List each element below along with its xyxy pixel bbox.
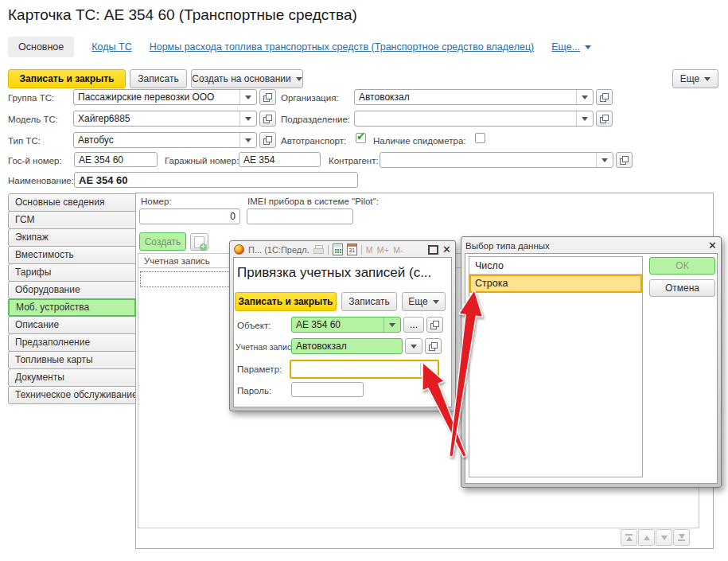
sidebar-item-fuel-cards[interactable]: Топливные карты: [8, 351, 136, 369]
division-combo[interactable]: [354, 111, 594, 127]
object-choose-button[interactable]: ...: [403, 317, 424, 333]
binding-dialog-heading: Привязка учетных записей (с...: [237, 265, 449, 281]
org-open-button[interactable]: [596, 89, 613, 105]
object-combo[interactable]: АЕ 354 60: [291, 317, 401, 333]
binding-dialog-titlebar[interactable]: П... (1С:Предл. 31 M M+ M- ✕: [234, 243, 451, 256]
column-header-account: Учетная запись: [144, 256, 210, 266]
tab-main[interactable]: Основное: [8, 37, 74, 57]
account-label: Учетная запись:: [236, 342, 298, 352]
account-dropdown-button[interactable]: [405, 338, 422, 354]
dropdown-arrow-icon[interactable]: [239, 90, 256, 104]
speedometer-checkbox[interactable]: [475, 133, 485, 143]
close-icon[interactable]: ✕: [708, 240, 717, 251]
print-icon[interactable]: [313, 245, 324, 254]
open-form-icon: [429, 342, 438, 351]
password-input[interactable]: [291, 382, 364, 397]
row-move-up-button[interactable]: [638, 529, 655, 546]
type-list-item-number[interactable]: Число: [469, 257, 642, 275]
sidebar-item-prefill[interactable]: Предзаполнение: [8, 333, 136, 352]
group-open-button[interactable]: [259, 89, 276, 105]
sidebar-item-capacity[interactable]: Вместимость: [8, 246, 136, 264]
dropdown-arrow-icon[interactable]: [383, 318, 400, 332]
sidebar-item-main-info[interactable]: Основные сведения: [8, 193, 136, 212]
device-number-label: Номер:: [141, 197, 172, 206]
open-form-icon: [600, 115, 609, 123]
account-open-button[interactable]: [425, 338, 442, 354]
dialog-save-button[interactable]: Записать: [341, 292, 397, 311]
open-form-icon: [263, 93, 272, 102]
open-form-icon: [620, 156, 629, 165]
tab-link-fuel-norms[interactable]: Нормы расхода топлива транспортных средс…: [150, 41, 535, 53]
group-combo[interactable]: Пассажирские перевозки ООО: [73, 89, 257, 105]
chevron-down-icon: [296, 77, 302, 81]
contractor-combo[interactable]: [380, 152, 613, 168]
param-label: Параметр:: [237, 364, 282, 374]
close-icon[interactable]: ✕: [442, 244, 451, 255]
dialog-more-button[interactable]: Еще: [402, 292, 446, 311]
type-dialog-titlebar[interactable]: Выбор типа данных ✕: [465, 239, 717, 252]
binding-dialog-title: П... (1С:Предл.: [248, 245, 309, 255]
garage-input[interactable]: [239, 152, 321, 167]
memory-mplus-button[interactable]: M+: [377, 245, 389, 255]
ok-button[interactable]: ОК: [649, 257, 715, 275]
more-button[interactable]: Еще: [672, 69, 718, 88]
sidebar-item-crew[interactable]: Экипаж: [8, 228, 136, 247]
calendar-icon[interactable]: 31: [347, 243, 357, 255]
auto-label: Автотранспорт:: [281, 136, 346, 146]
app-window: Карточка ТС: АЕ 354 60 (Транспортные сре…: [0, 0, 728, 561]
move-up-icon: [644, 536, 650, 540]
type-list: Число Строка: [469, 256, 643, 477]
object-open-button[interactable]: [426, 317, 443, 333]
gos-input[interactable]: [74, 152, 158, 167]
imei-input[interactable]: [247, 208, 353, 224]
save-button[interactable]: Записать: [130, 69, 187, 88]
tab-more[interactable]: Еще...: [551, 41, 591, 53]
org-label: Организация:: [281, 93, 339, 103]
contractor-open-button[interactable]: [616, 152, 633, 168]
sidebar-item-gsm[interactable]: ГСМ: [8, 211, 136, 229]
account-field[interactable]: Автовокзал: [291, 338, 403, 354]
device-number-input[interactable]: [139, 208, 240, 224]
dropdown-arrow-icon[interactable]: [576, 90, 593, 104]
cancel-button[interactable]: Отмена: [649, 279, 715, 297]
division-open-button[interactable]: [596, 111, 613, 127]
row-move-bottom-button[interactable]: [673, 529, 690, 546]
binding-dialog: П... (1С:Предл. 31 M M+ M- ✕ Привязка уч…: [229, 240, 456, 411]
auto-checkbox[interactable]: ✔: [356, 133, 366, 143]
memory-mminus-button[interactable]: M-: [393, 245, 403, 255]
open-form-icon: [430, 321, 439, 329]
create-copy-button[interactable]: +: [190, 233, 208, 251]
type-list-item-string[interactable]: Строка: [469, 275, 642, 293]
create-account-button[interactable]: Создать: [139, 232, 186, 251]
sidebar-item-description[interactable]: Описание: [8, 316, 136, 334]
row-move-top-button[interactable]: [621, 529, 637, 546]
chevron-down-icon: [704, 77, 710, 81]
dropdown-arrow-icon[interactable]: [596, 153, 613, 167]
sidebar-item-documents[interactable]: Документы: [8, 368, 136, 387]
model-open-button[interactable]: [259, 111, 276, 127]
tab-link-codes[interactable]: Коды ТС: [91, 41, 131, 53]
param-input[interactable]: [290, 360, 439, 379]
dropdown-arrow-icon[interactable]: [239, 133, 256, 147]
type-combo[interactable]: Автобус: [73, 132, 257, 148]
save-close-button[interactable]: Записать и закрыть: [8, 69, 126, 88]
dropdown-arrow-icon[interactable]: [576, 111, 593, 126]
calculator-icon[interactable]: [333, 243, 343, 255]
memory-m-button[interactable]: M: [366, 245, 373, 255]
row-move-down-button[interactable]: [656, 529, 672, 546]
move-down-icon: [661, 536, 668, 540]
sidebar-item-equipment[interactable]: Оборудование: [8, 281, 136, 299]
maximize-icon[interactable]: [428, 245, 438, 255]
name-input[interactable]: [74, 172, 358, 188]
move-top-icon: [625, 534, 633, 536]
sidebar-item-tariffs[interactable]: Тарифы: [8, 263, 136, 282]
open-form-icon: [263, 136, 272, 145]
org-combo[interactable]: Автовокзал: [354, 89, 594, 105]
dialog-save-close-button[interactable]: Записать и закрыть: [235, 292, 337, 311]
sidebar-item-mobile-devices[interactable]: Моб. устройства: [8, 298, 136, 317]
dropdown-arrow-icon[interactable]: [239, 111, 256, 126]
type-open-button[interactable]: [259, 132, 276, 148]
model-combo[interactable]: Хайгер6885: [73, 111, 257, 127]
create-from-button[interactable]: Создать на основании: [191, 69, 303, 88]
sidebar-item-maintenance[interactable]: Техническое обслуживание: [8, 386, 136, 404]
